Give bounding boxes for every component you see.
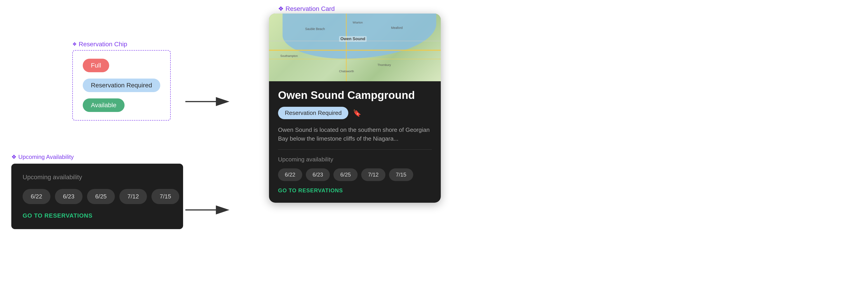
diamond-icon: ❖ [72,41,77,47]
date-chip-4[interactable]: 7/15 [151,189,179,204]
card-date-4[interactable]: 7/15 [389,169,413,181]
upcoming-section-label: ❖ Upcoming Availability [11,153,183,160]
card-date-1[interactable]: 6/23 [306,169,330,181]
card-date-3[interactable]: 7/12 [361,169,385,181]
upcoming-section-title: Upcoming Availability [18,153,74,160]
map-label-thornbury: Thornbury [377,63,391,67]
chip-section-label: ❖ Reservation Chip [72,41,170,48]
campground-description: Owen Sound is located on the southern sh… [278,125,432,143]
map-label-chatsworth: Chatsworth [339,70,354,73]
availability-card-title: Upcoming availability [23,174,172,181]
availability-date-chips: 6/22 6/23 6/25 7/12 7/15 [23,189,172,204]
chip-section: ❖ Reservation Chip Full Reservation Requ… [72,41,170,120]
date-chip-1[interactable]: 6/23 [55,189,83,204]
card-diamond-icon: ❖ [278,5,284,12]
map-road-horizontal-1 [269,50,441,51]
chip-available[interactable]: Available [83,99,125,112]
card-divider [278,149,432,150]
chip-section-title: Reservation Chip [79,41,127,48]
go-to-reservations-button[interactable]: GO TO RESERVATIONS [23,212,172,219]
card-date-0[interactable]: 6/22 [278,169,302,181]
card-availability-title: Upcoming availability [278,156,432,163]
upcoming-availability-section: ❖ Upcoming Availability Upcoming availab… [11,153,183,229]
map-label-meaford: Meaford [391,26,403,30]
card-chips-row: Reservation Required 🔖 [278,107,432,119]
reservation-card: Owen Sound Sauble Beach Meaford Southamp… [269,13,441,203]
card-date-chips: 6/22 6/23 6/25 7/12 7/15 [278,169,432,181]
map-label-southampton: Southampton [280,54,298,58]
map-label-wiarton: Wiarton [352,21,363,24]
card-date-2[interactable]: 6/25 [333,169,358,181]
reservation-card-section-label: ❖ Reservation Card [278,5,335,12]
upcoming-diamond-icon: ❖ [11,153,17,160]
date-chip-3[interactable]: 7/12 [119,189,147,204]
card-go-reservations-button[interactable]: GO TO RESERVATIONS [278,187,432,194]
map-label-owen-sound: Owen Sound [339,36,367,42]
reservation-card-title: Reservation Card [285,5,335,12]
campground-map: Owen Sound Sauble Beach Meaford Southamp… [269,13,441,81]
campground-name: Owen Sound Campground [278,89,432,101]
date-chip-2[interactable]: 6/25 [87,189,115,204]
bookmark-icon[interactable]: 🔖 [353,109,361,117]
arrow-avail-to-card [185,203,230,218]
map-label-sauble: Sauble Beach [305,27,325,31]
arrow-chip-to-card [185,95,230,109]
chip-full[interactable]: Full [83,59,109,72]
map-road-horizontal-2 [269,59,441,59]
card-reservation-chip[interactable]: Reservation Required [278,107,348,119]
chip-box: Full Reservation Required Available [72,50,170,120]
date-chip-0[interactable]: 6/22 [23,189,51,204]
chip-reservation-required[interactable]: Reservation Required [83,79,160,92]
map-background: Owen Sound Sauble Beach Meaford Southamp… [269,13,441,81]
availability-card: Upcoming availability 6/22 6/23 6/25 7/1… [11,163,183,229]
card-content: Owen Sound Campground Reservation Requir… [269,81,441,203]
